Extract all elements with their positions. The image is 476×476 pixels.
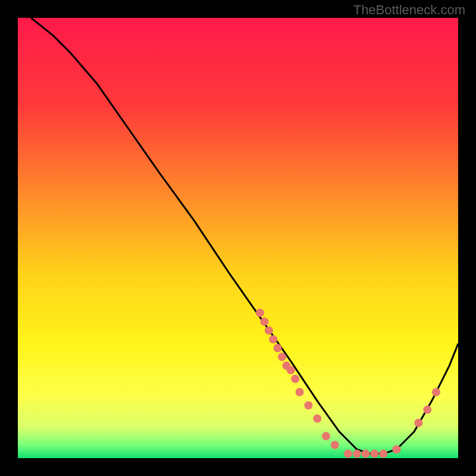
data-marker <box>344 450 352 458</box>
data-marker <box>313 414 321 422</box>
data-marker <box>362 450 370 458</box>
data-marker <box>331 441 339 449</box>
data-marker <box>432 388 440 396</box>
data-marker <box>291 375 299 383</box>
watermark-text: TheBottleneck.com <box>353 2 465 18</box>
data-marker <box>423 406 431 414</box>
data-marker <box>353 450 361 458</box>
data-marker <box>322 432 330 440</box>
data-marker <box>379 450 387 458</box>
chart-frame <box>18 18 458 458</box>
data-marker <box>304 401 312 409</box>
data-marker <box>278 353 286 361</box>
data-marker <box>269 335 277 343</box>
data-marker <box>414 419 422 427</box>
data-marker <box>296 388 304 396</box>
data-marker <box>256 309 264 317</box>
data-marker <box>274 344 282 352</box>
bottleneck-chart <box>18 18 458 458</box>
gradient-background <box>18 18 458 458</box>
data-marker <box>265 326 273 334</box>
data-marker <box>287 366 295 374</box>
data-marker <box>370 450 378 458</box>
data-marker <box>260 318 268 326</box>
data-marker <box>392 445 400 453</box>
